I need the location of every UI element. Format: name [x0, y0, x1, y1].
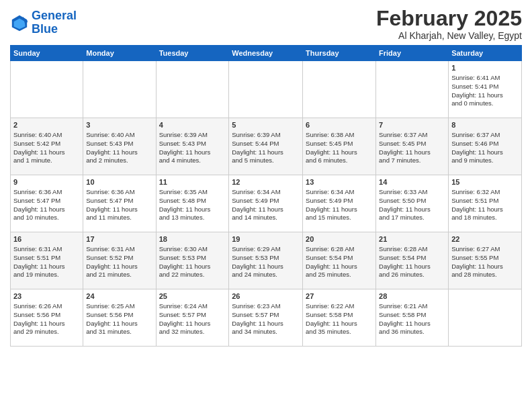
day-number: 24	[86, 291, 152, 302]
day-info: Sunset: 5:41 PM	[451, 83, 498, 90]
table-row: 15Sunrise: 6:32 AMSunset: 5:51 PMDayligh…	[449, 175, 522, 232]
table-row: 18Sunrise: 6:30 AMSunset: 5:53 PMDayligh…	[156, 232, 229, 289]
col-friday: Friday	[376, 46, 449, 61]
logo-line2: Blue	[32, 22, 58, 36]
day-info: Daylight: 11 hours	[86, 205, 138, 213]
day-info: and 5 minutes.	[232, 156, 273, 164]
day-info: and 2 minutes.	[86, 156, 128, 164]
day-info: Sunrise: 6:29 AM	[232, 245, 280, 253]
day-info: Sunset: 5:48 PM	[159, 197, 206, 204]
week-row-2: 9Sunrise: 6:36 AMSunset: 5:47 PMDaylight…	[11, 175, 522, 232]
day-info: Sunrise: 6:25 AM	[86, 302, 134, 310]
day-info: Sunrise: 6:22 AM	[306, 302, 354, 310]
day-info: Sunrise: 6:39 AM	[232, 131, 280, 138]
table-row: 27Sunrise: 6:22 AMSunset: 5:58 PMDayligh…	[303, 289, 376, 347]
day-info: Sunset: 5:58 PM	[306, 311, 353, 318]
week-row-0: 1Sunrise: 6:41 AMSunset: 5:41 PMDaylight…	[11, 61, 522, 118]
table-row: 22Sunrise: 6:27 AMSunset: 5:55 PMDayligh…	[449, 232, 522, 289]
day-info: and 21 minutes.	[86, 271, 132, 278]
day-info: Sunrise: 6:36 AM	[13, 188, 62, 195]
day-info: and 32 minutes.	[159, 328, 205, 335]
day-info: Sunset: 5:42 PM	[13, 140, 60, 147]
col-sunday: Sunday	[11, 46, 83, 61]
day-info: Daylight: 11 hours	[451, 205, 503, 213]
day-info: Sunrise: 6:36 AM	[86, 188, 134, 195]
day-info: Sunrise: 6:21 AM	[379, 302, 427, 310]
table-row: 2Sunrise: 6:40 AMSunset: 5:42 PMDaylight…	[11, 118, 83, 175]
day-info: Daylight: 11 hours	[451, 91, 503, 99]
day-number: 1	[451, 63, 519, 73]
day-info: Sunrise: 6:38 AM	[306, 131, 354, 138]
day-number: 13	[306, 177, 373, 187]
day-number: 16	[13, 234, 80, 244]
day-info: Sunrise: 6:40 AM	[13, 131, 62, 138]
day-info: Daylight: 11 hours	[379, 205, 431, 213]
day-info: Sunrise: 6:23 AM	[232, 302, 280, 310]
day-info: and 35 minutes.	[306, 328, 351, 335]
day-info: Daylight: 11 hours	[306, 205, 357, 213]
day-info: and 28 minutes.	[451, 271, 497, 278]
day-info: Sunrise: 6:37 AM	[451, 131, 500, 138]
day-info: and 25 minutes.	[306, 271, 351, 278]
day-info: Sunrise: 6:39 AM	[159, 131, 208, 138]
logo-icon	[10, 13, 29, 32]
day-info: and 31 minutes.	[86, 328, 132, 335]
table-row: 4Sunrise: 6:39 AMSunset: 5:43 PMDaylight…	[156, 118, 229, 175]
day-info: and 13 minutes.	[159, 214, 205, 221]
day-info: Daylight: 11 hours	[379, 320, 431, 327]
day-info: Sunset: 5:55 PM	[451, 254, 498, 261]
day-info: and 4 minutes.	[159, 156, 201, 164]
day-info: Daylight: 11 hours	[451, 148, 503, 156]
day-info: Sunset: 5:44 PM	[232, 140, 279, 147]
week-row-1: 2Sunrise: 6:40 AMSunset: 5:42 PMDaylight…	[11, 118, 522, 175]
table-row	[376, 61, 449, 118]
day-info: and 10 minutes.	[13, 214, 59, 221]
day-info: Daylight: 11 hours	[159, 263, 211, 270]
day-info: Sunset: 5:54 PM	[306, 254, 353, 261]
day-info: Sunrise: 6:40 AM	[86, 131, 134, 138]
day-number: 23	[13, 291, 80, 302]
day-info: Daylight: 11 hours	[232, 148, 283, 156]
day-info: and 19 minutes.	[13, 271, 59, 278]
day-number: 2	[13, 120, 80, 130]
day-number: 5	[232, 120, 300, 130]
week-row-3: 16Sunrise: 6:31 AMSunset: 5:51 PMDayligh…	[11, 232, 522, 289]
week-row-4: 23Sunrise: 6:26 AMSunset: 5:56 PMDayligh…	[11, 289, 522, 347]
day-info: Sunset: 5:54 PM	[379, 254, 426, 261]
col-tuesday: Tuesday	[156, 46, 229, 61]
table-row: 17Sunrise: 6:31 AMSunset: 5:52 PMDayligh…	[83, 232, 156, 289]
day-info: Sunrise: 6:30 AM	[159, 245, 208, 253]
day-info: Daylight: 11 hours	[159, 320, 211, 327]
day-info: and 7 minutes.	[379, 156, 420, 164]
day-info: Sunset: 5:47 PM	[13, 197, 60, 204]
day-number: 20	[306, 234, 373, 244]
day-info: Sunset: 5:43 PM	[159, 140, 206, 147]
day-number: 10	[86, 177, 152, 187]
day-number: 11	[159, 177, 226, 187]
day-info: and 11 minutes.	[86, 214, 132, 221]
day-info: Daylight: 11 hours	[13, 205, 65, 213]
day-number: 12	[232, 177, 300, 187]
day-info: Sunrise: 6:34 AM	[306, 188, 354, 195]
day-number: 22	[451, 234, 519, 244]
col-thursday: Thursday	[303, 46, 376, 61]
day-info: Sunrise: 6:28 AM	[379, 245, 427, 253]
day-number: 19	[232, 234, 300, 244]
day-info: and 15 minutes.	[306, 214, 351, 221]
table-row: 28Sunrise: 6:21 AMSunset: 5:58 PMDayligh…	[376, 289, 449, 347]
col-monday: Monday	[83, 46, 156, 61]
day-info: Daylight: 11 hours	[86, 320, 138, 327]
header-row: Sunday Monday Tuesday Wednesday Thursday…	[11, 46, 522, 61]
day-info: and 14 minutes.	[232, 214, 277, 221]
table-row: 26Sunrise: 6:23 AMSunset: 5:57 PMDayligh…	[229, 289, 303, 347]
day-info: Sunrise: 6:31 AM	[13, 245, 62, 253]
day-info: Daylight: 11 hours	[13, 263, 65, 270]
col-wednesday: Wednesday	[229, 46, 303, 61]
day-number: 8	[451, 120, 519, 130]
day-info: and 36 minutes.	[379, 328, 425, 335]
day-info: Sunrise: 6:32 AM	[451, 188, 500, 195]
table-row	[156, 61, 229, 118]
day-info: Daylight: 11 hours	[306, 263, 357, 270]
day-info: Daylight: 11 hours	[159, 148, 211, 156]
day-number: 17	[86, 234, 152, 244]
